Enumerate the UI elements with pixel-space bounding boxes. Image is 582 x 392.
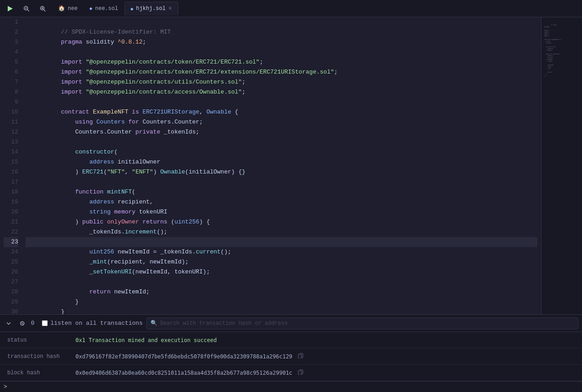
transaction-count: 0 [31, 320, 38, 327]
line-num-30: 30 [4, 307, 18, 314]
line-num-6: 6 [4, 67, 18, 77]
svg-marker-0 [8, 6, 13, 11]
code-line-9: contract ExampleNFT is ERC721URIStorage,… [25, 97, 537, 107]
line-num-26: 26 [4, 267, 18, 277]
file-icon-nee: ◆ [90, 5, 93, 11]
tx-label-block-hash: block hash [7, 370, 75, 376]
code-line-23: uint256 newItemId = _tokenIds.current(); [25, 237, 537, 247]
tx-row-status: status 0x1 Transaction mined and executi… [0, 332, 582, 348]
toolbar: 🏠 nee ◆ nee.sol ◆ hjkhj.sol × [0, 0, 582, 17]
svg-line-2 [27, 10, 29, 11]
svg-rect-11 [298, 354, 301, 358]
line-num-21: 21 [4, 217, 18, 227]
copy-block-hash-button[interactable] [296, 368, 305, 377]
search-icon: 🔍 [151, 320, 157, 327]
copy-hash-button[interactable] [296, 352, 305, 361]
tab-nee[interactable]: ◆ nee.sol [84, 2, 124, 15]
code-line-29: } [25, 297, 537, 307]
code-line-17: function mintNFT( [25, 177, 537, 187]
tx-row-block-hash: block hash 0x0ed9406d6387ab0ea60cd0c8251… [0, 365, 582, 381]
tab-hjkhj-label: hjkhj.sol [136, 5, 166, 12]
tx-details: status 0x1 Transaction mined and executi… [0, 332, 582, 381]
run-button[interactable] [4, 2, 16, 15]
code-lines-container: 1 2 3 4 5 6 7 8 9 10 11 12 13 14 15 16 1… [0, 17, 541, 314]
expand-button[interactable] [4, 318, 14, 328]
line-num-8: 8 [4, 87, 18, 97]
code-content[interactable]: // SPDX-License-Identifier: MIT pragma s… [22, 17, 541, 314]
tab-home[interactable]: 🏠 nee [53, 2, 83, 15]
search-input[interactable] [160, 320, 574, 327]
listen-label: listen on all transactions [50, 320, 143, 327]
line-num-14: 14 [4, 147, 18, 157]
file-icon-hjkhj: ◆ [130, 6, 134, 12]
line-num-4: 4 [4, 47, 18, 57]
tx-label-hash: transaction hash [7, 353, 75, 360]
line-num-12: 12 [4, 127, 18, 137]
line-num-29: 29 [4, 297, 18, 307]
tab-hjkhj[interactable]: ◆ hjkhj.sol × [125, 2, 178, 15]
code-line-30 [25, 307, 537, 314]
svg-rect-13 [298, 371, 301, 375]
line-num-10: 10 [4, 107, 18, 117]
line-num-19: 19 [4, 197, 18, 207]
terminal-input[interactable] [9, 383, 578, 390]
line-num-18: 18 [4, 187, 18, 197]
tx-row-hash: transaction hash 0xd796167f82ef38990407d… [0, 348, 582, 365]
line-num-15: 15 [4, 157, 18, 167]
tx-value-status: 0x1 Transaction mined and execution succ… [75, 337, 217, 343]
zoom-in-button[interactable] [36, 2, 49, 15]
line-num-13: 13 [4, 137, 18, 147]
tab-home-label: nee [68, 5, 78, 12]
line-num-27: 27 [4, 277, 18, 287]
line-num-28: 28 [4, 287, 18, 297]
line-numbers: 1 2 3 4 5 6 7 8 9 10 11 12 13 14 15 16 1… [0, 17, 22, 314]
line-num-17: 17 [4, 177, 18, 187]
line-num-3: 3 [4, 37, 18, 47]
line-num-25: 25 [4, 257, 18, 267]
search-container: 🔍 [146, 318, 578, 329]
svg-line-9 [21, 323, 23, 324]
stop-button[interactable] [17, 318, 27, 328]
line-num-1: 1 [4, 17, 18, 27]
terminal-prompt[interactable]: > [0, 381, 582, 392]
zoom-out-button[interactable] [20, 2, 33, 15]
tx-value-hash: 0xd796167f82ef38990407d7be5fd6bebdc5078f… [75, 353, 292, 360]
line-num-22: 22 [4, 227, 18, 237]
minimap[interactable]: // SPDXpragmaimportimportimportimportcon… [541, 17, 582, 314]
editor-container: 1 2 3 4 5 6 7 8 9 10 11 12 13 14 15 16 1… [0, 17, 582, 314]
line-num-20: 20 [4, 207, 18, 217]
listen-checkbox-input[interactable] [42, 320, 48, 326]
code-line-1: // SPDX-License-Identifier: MIT [25, 17, 537, 27]
tab-bar: 🏠 nee ◆ nee.sol ◆ hjkhj.sol × [53, 2, 578, 15]
line-num-5: 5 [4, 57, 18, 67]
bottom-bar: 0 listen on all transactions 🔍 [0, 314, 582, 332]
line-num-16: 16 [4, 167, 18, 177]
line-num-9: 9 [4, 97, 18, 107]
tab-close-button[interactable]: × [168, 5, 172, 12]
prompt-symbol: > [4, 383, 7, 390]
svg-line-5 [44, 10, 45, 11]
listen-checkbox-label[interactable]: listen on all transactions [42, 320, 143, 327]
code-line-13: constructor( [25, 137, 537, 147]
tab-nee-label: nee.sol [95, 5, 118, 12]
line-num-7: 7 [4, 77, 18, 87]
code-line-4: import "@openzeppelin/contracts/token/ER… [25, 47, 537, 57]
code-line-27: return newItemId; [25, 277, 537, 287]
minimap-content: // SPDXpragmaimportimportimportimportcon… [542, 17, 582, 86]
line-num-2: 2 [4, 27, 18, 37]
tx-label-status: status [7, 337, 75, 343]
line-num-24: 24 [4, 247, 18, 257]
line-num-11: 11 [4, 117, 18, 127]
tx-value-block-hash: 0x0ed9406d6387ab0ea60cd0c8251011a158aa4d… [75, 370, 292, 376]
line-num-23: 23 [4, 237, 18, 247]
code-editor: 1 2 3 4 5 6 7 8 9 10 11 12 13 14 15 16 1… [0, 17, 541, 314]
home-icon: 🏠 [58, 5, 65, 12]
